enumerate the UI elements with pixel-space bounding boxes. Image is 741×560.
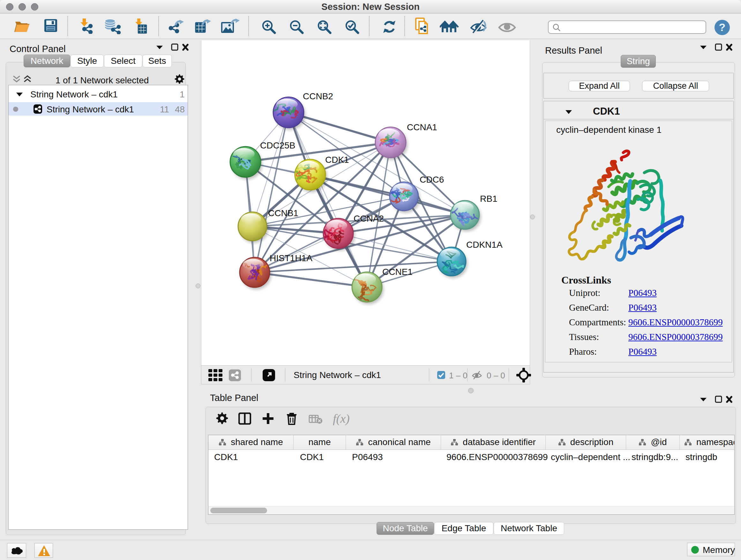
svg-text:CDC25B: CDC25B	[260, 140, 295, 150]
svg-text:CDK1: CDK1	[325, 155, 349, 165]
svg-text:CDKN1A: CDKN1A	[466, 240, 502, 250]
svg-text:?: ?	[719, 21, 726, 33]
svg-text:HIST1H1A: HIST1H1A	[270, 253, 313, 263]
svg-text:CCNA2: CCNA2	[354, 213, 384, 224]
svg-text:CCNB2: CCNB2	[303, 91, 333, 101]
svg-text:CCNE1: CCNE1	[382, 267, 413, 277]
svg-text:CCNA1: CCNA1	[407, 122, 437, 132]
svg-text:CCNB1: CCNB1	[268, 208, 298, 218]
svg-text:CDC6: CDC6	[420, 175, 444, 185]
svg-text:RB1: RB1	[480, 194, 497, 204]
